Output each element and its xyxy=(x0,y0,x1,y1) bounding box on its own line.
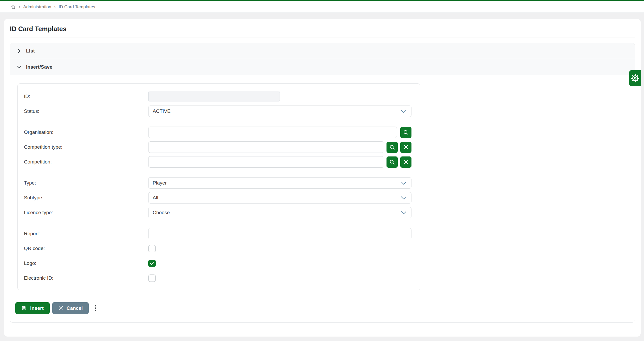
competition-input[interactable] xyxy=(148,156,384,168)
licence-type-label: Licence type: xyxy=(24,210,148,215)
breadcrumb-separator-icon: › xyxy=(19,4,20,10)
chevron-right-icon xyxy=(17,49,21,53)
competition-type-clear-button[interactable] xyxy=(400,142,411,153)
insert-button[interactable]: Insert xyxy=(15,302,50,314)
report-label: Report: xyxy=(24,231,148,237)
subtype-select[interactable]: All xyxy=(148,192,411,204)
insert-save-panel-body: ID: Status: ACTIVE Organisatio xyxy=(10,75,635,322)
competition-label: Competition: xyxy=(24,159,148,165)
id-input xyxy=(148,91,280,102)
type-select[interactable]: Player xyxy=(148,177,411,189)
form-row-report: Report: xyxy=(24,228,420,239)
organisation-input[interactable] xyxy=(148,127,397,138)
cancel-button-label: Cancel xyxy=(67,305,83,311)
report-input[interactable] xyxy=(148,228,411,239)
settings-side-tab[interactable] xyxy=(629,70,641,86)
insert-button-label: Insert xyxy=(30,305,44,311)
save-icon xyxy=(21,305,27,311)
form-row-type: Type: Player xyxy=(24,177,420,189)
form-row-subtype: Subtype: All xyxy=(24,192,420,204)
licence-type-selected-value: Choose xyxy=(153,210,170,215)
page-title: ID Card Templates xyxy=(10,19,635,33)
id-card-template-form: ID: Status: ACTIVE Organisatio xyxy=(17,83,420,290)
organisation-search-button[interactable] xyxy=(400,127,411,138)
title-divider xyxy=(10,37,635,37)
accordion-label-insert-save: Insert/Save xyxy=(26,64,52,70)
type-label: Type: xyxy=(24,180,148,186)
close-icon xyxy=(58,306,63,311)
qr-code-checkbox[interactable] xyxy=(148,245,156,252)
licence-type-select[interactable]: Choose xyxy=(148,207,411,218)
chevron-down-icon xyxy=(401,110,407,113)
form-row-id: ID: xyxy=(24,91,420,102)
form-row-status: Status: ACTIVE xyxy=(24,106,420,117)
home-icon[interactable] xyxy=(11,4,16,9)
form-actions: Insert Cancel xyxy=(15,302,627,314)
chevron-down-icon xyxy=(401,196,407,200)
status-selected-value: ACTIVE xyxy=(153,108,171,114)
status-select[interactable]: ACTIVE xyxy=(148,106,411,117)
search-icon xyxy=(389,144,395,150)
subtype-label: Subtype: xyxy=(24,195,148,201)
kebab-dot xyxy=(95,307,96,309)
competition-type-label: Competition type: xyxy=(24,144,148,150)
subtype-selected-value: All xyxy=(153,195,158,201)
form-row-electronic-id: Electronic ID: xyxy=(24,272,420,284)
main-content-card: ID Card Templates List Insert/Save ID: S… xyxy=(4,19,641,337)
search-icon xyxy=(403,129,409,135)
form-row-licence-type: Licence type: Choose xyxy=(24,207,420,218)
close-icon xyxy=(403,145,409,150)
kebab-dot xyxy=(95,310,96,311)
form-row-competition: Competition: xyxy=(24,156,420,168)
competition-type-input[interactable] xyxy=(148,141,384,153)
checkmark-icon xyxy=(150,261,154,266)
more-actions-button[interactable] xyxy=(93,304,98,313)
id-label: ID: xyxy=(24,94,148,99)
kebab-dot xyxy=(95,305,96,306)
chevron-down-icon xyxy=(17,65,21,69)
competition-type-search-button[interactable] xyxy=(387,142,398,153)
electronic-id-checkbox[interactable] xyxy=(148,274,156,282)
accordion-container: List Insert/Save ID: Status: ACTIVE xyxy=(10,43,635,323)
form-row-logo: Logo: xyxy=(24,258,420,269)
gear-icon xyxy=(630,74,640,83)
status-label: Status: xyxy=(24,108,148,114)
qr-code-label: QR code: xyxy=(24,246,148,251)
form-row-qr-code: QR code: xyxy=(24,243,420,254)
breadcrumb-link-administration[interactable]: Administration xyxy=(23,4,51,10)
logo-checkbox[interactable] xyxy=(148,260,156,267)
accordion-header-list[interactable]: List xyxy=(10,43,635,59)
logo-label: Logo: xyxy=(24,260,148,266)
close-icon xyxy=(403,159,409,165)
breadcrumb-link-id-card-templates[interactable]: ID Card Templates xyxy=(59,4,95,10)
electronic-id-label: Electronic ID: xyxy=(24,275,148,281)
accordion-header-insert-save[interactable]: Insert/Save xyxy=(10,59,635,75)
type-selected-value: Player xyxy=(153,180,167,186)
breadcrumb: › Administration › ID Card Templates xyxy=(0,1,644,13)
search-icon xyxy=(389,159,395,165)
breadcrumb-separator-icon: › xyxy=(54,4,56,10)
chevron-down-icon xyxy=(401,211,407,214)
cancel-button[interactable]: Cancel xyxy=(52,302,89,314)
competition-clear-button[interactable] xyxy=(400,156,411,168)
organisation-label: Organisation: xyxy=(24,129,148,135)
form-row-organisation: Organisation: xyxy=(24,127,420,138)
competition-search-button[interactable] xyxy=(387,156,398,168)
form-row-competition-type: Competition type: xyxy=(24,141,420,153)
accordion-label-list: List xyxy=(26,48,35,54)
chevron-down-icon xyxy=(401,181,407,185)
